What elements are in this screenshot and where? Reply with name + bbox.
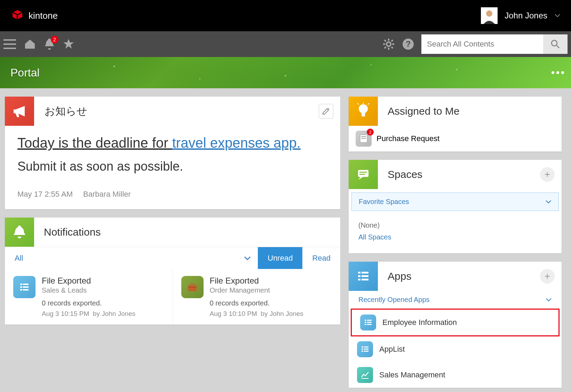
- svg-rect-41: [364, 349, 368, 350]
- chevron-down-icon: [545, 200, 552, 204]
- svg-rect-43: [364, 351, 368, 352]
- page-title: Portal: [10, 66, 40, 79]
- svg-marker-0: [13, 10, 22, 14]
- menu-icon[interactable]: [3, 39, 16, 49]
- svg-rect-17: [188, 287, 197, 288]
- list-icon: [349, 262, 378, 291]
- notif-by: by John Jones: [261, 310, 303, 317]
- svg-rect-16: [191, 284, 194, 286]
- apps-filter[interactable]: Recently Opened Apps: [349, 291, 562, 309]
- svg-rect-32: [365, 320, 366, 321]
- svg-rect-29: [362, 275, 368, 277]
- notification-item[interactable]: File Exported Sales & Leads 0 records ex…: [5, 269, 173, 325]
- assigned-item[interactable]: 2 Purchase Request: [349, 126, 562, 152]
- chevron-down-icon: [546, 298, 552, 302]
- home-icon[interactable]: [24, 38, 36, 50]
- svg-rect-12: [23, 286, 29, 288]
- search-icon: [550, 39, 560, 49]
- user-name: John Jones: [505, 11, 547, 21]
- notification-item[interactable]: File Exported Order Management 0 records…: [173, 269, 341, 325]
- spaces-none: (None): [358, 219, 552, 231]
- logo-icon: [10, 9, 24, 23]
- app-icon: [13, 276, 35, 298]
- svg-rect-28: [358, 275, 360, 277]
- svg-rect-19: [362, 113, 365, 116]
- notif-msg: 0 records exported.: [42, 299, 135, 307]
- app-label: Sales Management: [379, 370, 445, 379]
- svg-rect-30: [358, 279, 360, 280]
- gear-icon[interactable]: [382, 38, 395, 50]
- svg-text:?: ?: [406, 39, 411, 49]
- brand-name: kintone: [29, 10, 58, 21]
- svg-rect-40: [362, 349, 363, 350]
- edit-button[interactable]: [319, 104, 333, 119]
- svg-point-5: [387, 42, 391, 46]
- chevron-down-icon: [554, 14, 561, 18]
- svg-marker-1: [13, 13, 17, 19]
- announcement-subtext: Submit it as soon as possible.: [17, 159, 328, 174]
- svg-rect-38: [362, 346, 363, 348]
- app-item-sales-management[interactable]: Sales Management: [349, 362, 562, 388]
- help-icon[interactable]: ?: [402, 38, 414, 50]
- add-app-button[interactable]: +: [540, 269, 555, 284]
- search-box: [421, 34, 568, 54]
- brand[interactable]: kintone: [10, 9, 58, 23]
- announcement-date: May 17 2:55 AM: [17, 190, 73, 199]
- notifications-panel: Notifications All Unread Read File Expor…: [5, 218, 340, 325]
- announcement-panel: お知らせ Today is the deadline for travel ex…: [5, 97, 340, 209]
- toolbar: 2 ?: [0, 31, 571, 57]
- search-button[interactable]: [543, 34, 568, 54]
- svg-marker-2: [18, 13, 22, 19]
- apps-panel: Apps + Recently Opened Apps Employee Inf…: [349, 262, 562, 388]
- announcement-header: お知らせ: [34, 104, 87, 119]
- svg-rect-31: [362, 279, 368, 280]
- svg-rect-36: [365, 324, 366, 325]
- add-space-button[interactable]: +: [540, 167, 555, 182]
- search-input[interactable]: [421, 40, 543, 49]
- svg-point-8: [552, 40, 557, 46]
- tab-all[interactable]: All: [5, 247, 33, 269]
- svg-rect-26: [358, 272, 360, 273]
- app-icon: [360, 315, 376, 330]
- chevron-down-icon[interactable]: [244, 256, 251, 261]
- spaces-filter[interactable]: Favorite Spaces: [351, 193, 559, 211]
- apps-filter-label: Recently Opened Apps: [358, 296, 430, 304]
- assigned-panel: Assigned to Me 2 Purchase Request: [349, 97, 562, 152]
- announcement-link[interactable]: travel expenses app.: [172, 135, 301, 150]
- notif-date: Aug 3 10:10 PM: [210, 310, 257, 317]
- app-item-employee-info[interactable]: Employee Information: [351, 309, 560, 336]
- svg-rect-24: [359, 172, 367, 173]
- svg-rect-25: [359, 174, 365, 175]
- notif-title: File Exported: [210, 276, 303, 286]
- notif-msg: 0 records exported.: [210, 299, 303, 307]
- notifications-button[interactable]: 2: [44, 38, 55, 50]
- svg-rect-22: [361, 138, 366, 139]
- app-icon: [357, 341, 373, 357]
- svg-rect-42: [362, 351, 363, 352]
- spaces-header: Spaces: [378, 169, 422, 180]
- lightbulb-icon: [349, 97, 378, 126]
- spaces-panel: Spaces + Favorite Spaces (None) All Spac…: [349, 160, 562, 253]
- all-spaces-link[interactable]: All Spaces: [358, 231, 552, 243]
- svg-rect-21: [361, 136, 366, 137]
- assigned-header: Assigned to Me: [378, 105, 460, 117]
- tab-read[interactable]: Read: [302, 247, 340, 269]
- svg-rect-35: [367, 322, 372, 323]
- more-button[interactable]: [552, 71, 564, 74]
- star-icon[interactable]: [63, 38, 74, 50]
- app-label: AppList: [379, 345, 405, 354]
- user-menu[interactable]: John Jones: [481, 7, 561, 24]
- notif-date: Aug 3 10:15 PM: [42, 310, 89, 317]
- tab-unread[interactable]: Unread: [258, 247, 302, 269]
- chart-icon: [357, 367, 373, 383]
- notifications-header: Notifications: [34, 226, 101, 238]
- assigned-label: Purchase Request: [376, 134, 439, 143]
- portal-banner: Portal: [0, 57, 571, 88]
- svg-rect-34: [365, 322, 366, 323]
- notif-app: Order Management: [210, 286, 303, 294]
- svg-rect-39: [364, 346, 368, 348]
- app-item-applist[interactable]: AppList: [349, 336, 562, 362]
- notif-app: Sales & Leads: [42, 286, 135, 294]
- app-label: Employee Information: [382, 318, 457, 327]
- svg-rect-27: [362, 272, 368, 273]
